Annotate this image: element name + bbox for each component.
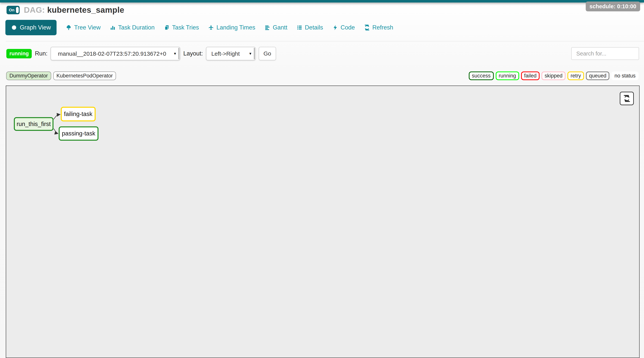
legend-row: DummyOperator KubernetesPodOperator succ… [6, 72, 638, 80]
operator-badge: DummyOperator [6, 72, 51, 80]
task-node-failing-task[interactable]: failing-task [61, 107, 96, 121]
header-divider [6, 41, 644, 41]
layout-select[interactable]: Left->Right [206, 47, 256, 60]
operator-badge: KubernetesPodOperator [53, 72, 116, 80]
status-badge-running: running [496, 72, 519, 80]
tab-label: Graph View [20, 24, 51, 31]
edge-run-to-passing [54, 129, 58, 133]
tab-graph-view[interactable]: Graph View [6, 20, 56, 35]
align-left-icon [264, 25, 270, 31]
task-node-label: failing-task [64, 111, 92, 117]
run-toolbar: running Run: manual__2018-02-07T23:57:20… [6, 47, 639, 60]
page-title: DAG: kubernetes_sample [24, 6, 124, 15]
run-status-badge: running [6, 49, 32, 58]
task-node-label: passing-task [62, 130, 95, 137]
tab-task-duration[interactable]: Task Duration [110, 24, 155, 31]
go-button[interactable]: Go [259, 47, 276, 60]
tab-label: Details [305, 24, 323, 31]
status-badge-queued: queued [586, 72, 610, 80]
tab-refresh[interactable]: Refresh [364, 24, 393, 31]
list-icon [296, 25, 302, 31]
dag-prefix-label: DAG: [24, 6, 45, 15]
refresh-icon [624, 95, 630, 102]
dag-name: kubernetes_sample [47, 6, 124, 15]
tab-task-tries[interactable]: Task Tries [164, 24, 199, 31]
tab-landing-times[interactable]: Landing Times [208, 24, 255, 31]
task-node-run-this-first[interactable]: run_this_first [14, 117, 54, 131]
view-tabs: Graph View Tree View Task Duration [6, 20, 393, 35]
run-select-wrap: manual__2018-02-07T23:57:20.913672+00:00… [50, 47, 180, 60]
dag-pause-toggle[interactable]: On [6, 6, 20, 14]
graph-refresh-button[interactable] [620, 92, 634, 105]
tab-label: Code [341, 24, 355, 31]
run-label: Run: [35, 50, 47, 57]
tab-details[interactable]: Details [296, 24, 323, 31]
tab-label: Refresh [372, 24, 393, 31]
bar-chart-icon [110, 25, 116, 31]
dag-graph-canvas: run_this_first failing-task passing-task [6, 86, 640, 358]
status-legend: success running failed skipped retry que… [469, 72, 638, 80]
tab-label: Task Duration [118, 24, 155, 31]
status-badge-skipped: skipped [542, 72, 566, 80]
task-node-label: run_this_first [16, 121, 50, 128]
refresh-icon [364, 25, 370, 31]
edge-run-to-failing [54, 114, 60, 119]
toggle-on-label: On [9, 8, 14, 12]
layout-label: Layout: [183, 50, 203, 57]
tab-label: Landing Times [216, 24, 255, 31]
top-nav-bar [0, 0, 644, 3]
tree-icon [66, 25, 72, 31]
toggle-knob [16, 7, 19, 13]
status-badge-success: success [469, 72, 494, 80]
status-badge-retry: retry [568, 72, 584, 80]
plane-icon [208, 25, 214, 31]
dag-header: On DAG: kubernetes_sample [6, 6, 124, 15]
dag-edges [6, 86, 639, 357]
copy-icon [164, 25, 170, 31]
tab-label: Task Tries [172, 24, 199, 31]
run-select[interactable]: manual__2018-02-07T23:57:20.913672+00:00 [50, 47, 180, 60]
tab-label: Tree View [74, 24, 100, 31]
schedule-badge: schedule: 0:10:00 [586, 2, 640, 11]
status-badge-no-status: no status [611, 72, 638, 80]
operator-legend: DummyOperator KubernetesPodOperator [6, 72, 116, 80]
task-node-passing-task[interactable]: passing-task [59, 126, 98, 141]
tab-gantt[interactable]: Gantt [264, 24, 288, 31]
tab-label: Gantt [273, 24, 288, 31]
burst-icon [11, 25, 17, 31]
status-badge-failed: failed [521, 72, 540, 80]
search-input[interactable] [571, 47, 639, 60]
tab-code[interactable]: Code [332, 24, 355, 31]
tab-tree-view[interactable]: Tree View [66, 24, 100, 31]
bolt-icon [332, 25, 338, 31]
layout-select-wrap: Left->Right ▾ [206, 47, 256, 60]
airflow-dag-page: On DAG: kubernetes_sample schedule: 0:10… [0, 0, 644, 358]
